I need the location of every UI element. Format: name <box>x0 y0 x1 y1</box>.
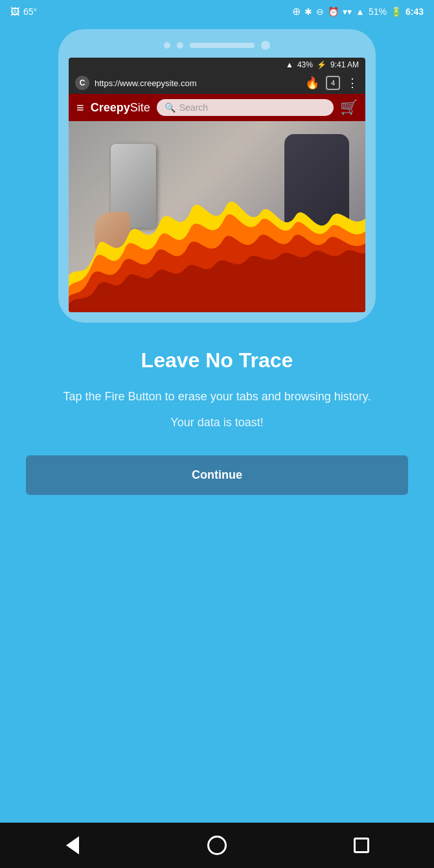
hamburger-menu-icon[interactable]: ≡ <box>76 100 84 115</box>
phone-mockup: ▲ 43% ⚡ 9:41 AM C https://www.creepysite… <box>58 29 376 323</box>
status-bar-right: ⊕ ✱ ⊖ ⏰ ▾▾ ▲ 51% 🔋 6:43 <box>292 5 424 17</box>
site-brand: CreepySite <box>91 101 150 115</box>
inner-status-bar: ▲ 43% ⚡ 9:41 AM <box>69 58 365 72</box>
alarm-icon: ⏰ <box>328 6 339 17</box>
browser-menu-button[interactable]: ⋮ <box>347 76 359 90</box>
fire-svg <box>69 183 365 312</box>
block-icon: ⊖ <box>316 6 324 17</box>
hero-image <box>69 121 365 312</box>
main-title: Leave No Trace <box>26 348 408 372</box>
search-icon: 🔍 <box>165 102 176 113</box>
battery-percent: 51% <box>369 6 387 17</box>
signal-icon: ▲ <box>356 6 365 17</box>
inner-clock: 9:41 AM <box>330 60 359 69</box>
phone-dot-2 <box>177 42 183 49</box>
tabs-button[interactable]: 4 <box>326 76 340 90</box>
browser-url-bar[interactable]: C https://www.creepysite.com 🔥 4 ⋮ <box>69 72 365 94</box>
cart-icon[interactable]: 🛒 <box>340 99 358 116</box>
recents-button[interactable] <box>348 832 374 858</box>
back-icon <box>66 836 79 854</box>
phone-camera <box>261 41 270 50</box>
clock: 6:43 <box>405 6 424 17</box>
bluetooth-icon: ✱ <box>304 6 312 17</box>
photo-icon: 🖼 <box>10 6 19 17</box>
home-button[interactable] <box>204 832 230 858</box>
phone-top-notch <box>69 41 365 50</box>
temperature: 65° <box>23 6 37 17</box>
bottom-nav <box>0 823 434 868</box>
battery-icon: 🔋 <box>391 6 402 17</box>
continue-button[interactable]: Continue <box>26 455 408 495</box>
description-text: Tap the Fire Button to erase your tabs a… <box>26 388 408 405</box>
browser-content: ▲ 43% ⚡ 9:41 AM C https://www.creepysite… <box>69 58 365 312</box>
add-icon: ⊕ <box>292 5 301 17</box>
recents-icon <box>354 838 369 853</box>
search-placeholder: Search <box>179 102 208 113</box>
status-bar: 🖼 65° ⊕ ✱ ⊖ ⏰ ▾▾ ▲ 51% 🔋 6:43 <box>0 0 434 23</box>
status-bar-left: 🖼 65° <box>10 6 37 17</box>
search-bar[interactable]: 🔍 Search <box>157 99 334 116</box>
inner-signal-icon: ▲ <box>286 60 293 69</box>
inner-battery-icon: ⚡ <box>317 60 326 69</box>
url-text: https://www.creepysite.com <box>95 78 300 88</box>
url-c-icon: C <box>75 76 89 90</box>
content-area: Leave No Trace Tap the Fire Button to er… <box>0 323 434 514</box>
back-button[interactable] <box>60 832 86 858</box>
home-icon <box>207 836 227 855</box>
phone-bar <box>190 43 255 48</box>
fire-button[interactable]: 🔥 <box>305 76 319 90</box>
inner-battery-percent: 43% <box>297 60 313 69</box>
sub-description-text: Your data is toast! <box>26 416 408 429</box>
phone-dot-1 <box>164 42 170 49</box>
browser-icons: 🔥 4 ⋮ <box>305 76 359 90</box>
wifi-icon: ▾▾ <box>343 6 352 17</box>
site-nav-bar: ≡ CreepySite 🔍 Search 🛒 <box>69 94 365 121</box>
